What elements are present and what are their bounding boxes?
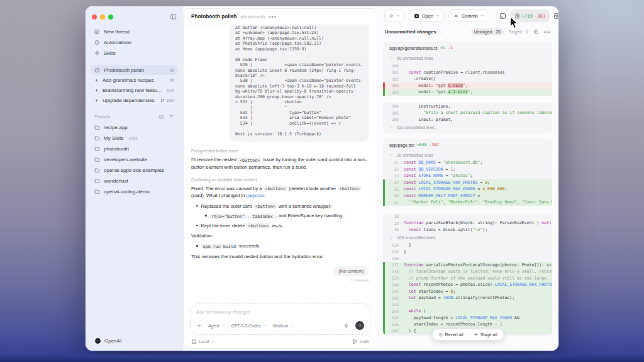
attach-plus-icon[interactable] <box>196 323 202 329</box>
nav-label: Skills <box>104 50 116 56</box>
minimize-window-button[interactable] <box>100 14 105 20</box>
sidebar-toggle-icon[interactable] <box>170 13 177 20</box>
comment-count[interactable]: 1 comment <box>191 278 369 282</box>
diff-file-header[interactable]: app/page.tsx +648 -302 <box>383 141 552 150</box>
sidebar-item-skills[interactable]: Skills <box>91 48 178 59</box>
play-icon <box>389 14 394 18</box>
folder-item-developers-website[interactable]: developers-website <box>91 154 178 165</box>
line-number: 140 <box>383 283 404 287</box>
zoom-window-button[interactable] <box>108 14 113 20</box>
thread-item-brainstorming-new-features[interactable]: Brainstorming new features 51m <box>91 85 178 95</box>
chevron-down-icon <box>221 324 225 327</box>
commit-icon <box>453 13 459 19</box>
thread-list: Photobooth polish 8h Add grandma's recip… <box>91 65 178 105</box>
model-dropdown[interactable]: GPT-5.2-Codex <box>231 324 267 328</box>
mouse-cursor <box>509 16 519 30</box>
model-label: GPT-5.2-Codex <box>231 324 261 328</box>
thread-item-photobooth-polish[interactable]: Photobooth polish 8h <box>91 65 178 75</box>
line-number: 102 <box>383 77 404 81</box>
folder-item-openai-coding-demo[interactable]: openai-coding-demo <box>91 186 178 197</box>
user-pasted-error-bubble: at button (<anonymous>:null:null)at <unk… <box>230 25 369 142</box>
diff-line: 136 <box>383 255 552 262</box>
diff-file-header[interactable]: app/api/generate/route.ts +1 -1 <box>383 44 552 54</box>
file-added: +648 <box>416 142 426 147</box>
unmodified-count: 99 unmodified lines <box>397 56 433 60</box>
more-options-icon[interactable]: ••• <box>544 31 551 33</box>
stage-all-label: Stage all <box>480 332 497 337</box>
send-button[interactable] <box>355 321 364 330</box>
line-number: 143 <box>383 302 404 307</box>
inline-code: <button> <box>338 186 362 191</box>
chevron-both-icon <box>389 235 393 239</box>
collapse-row[interactable]: 99 unmodified lines <box>383 54 552 62</box>
thread-item-upgrade-dependencies[interactable]: Upgrade dependencies 28m <box>91 95 178 105</box>
stack-trace-line <box>235 126 364 131</box>
mode-dropdown[interactable]: Agent <box>208 324 225 328</box>
thread-item-add-grandma-s-recipes[interactable]: Add grandma's recipes 4h <box>91 75 178 85</box>
openai-logo-icon <box>94 337 101 344</box>
changes-dropdown[interactable]: Uncommitted changes <box>385 29 442 35</box>
thread-menu-icon[interactable]: ••• <box>269 16 276 18</box>
folder-label: openai-coding-demo <box>104 189 150 195</box>
thread-label: Brainstorming new features <box>103 88 163 93</box>
stack-trace-line: at Home (app/page.tsx:1150:9) <box>235 47 364 52</box>
folder-icon <box>94 157 100 162</box>
composer[interactable]: Ask for follow-up changes Agent GPT-5.2-… <box>190 303 370 335</box>
folder-label: recipe-app <box>104 125 128 130</box>
pencil-circle-icon <box>94 67 100 73</box>
filter-icon[interactable] <box>169 114 174 120</box>
folder-item-wanderlust[interactable]: wanderlust <box>91 176 178 186</box>
unstaged-tab[interactable]: Unstaged · 20 <box>471 28 504 35</box>
stage-all-button[interactable]: Stage all <box>470 331 501 338</box>
stack-trace-line: > 531 | <button <box>235 99 364 105</box>
folder-item-recipe-app[interactable]: recipe-app <box>91 122 178 133</box>
folder-item-photobooth[interactable]: photobooth <box>91 144 178 154</box>
environment-label[interactable]: Local <box>199 339 209 344</box>
folder-item-openai-apps-sdk-examples[interactable]: openai-apps-sdk-examples <box>91 165 178 176</box>
terminal-button[interactable] <box>499 10 506 21</box>
review-button[interactable] <box>553 10 558 21</box>
sidebar-item-new-thread[interactable]: New thread <box>91 26 178 37</box>
bulk-actions: Revert all Stage all <box>432 329 504 341</box>
new-folder-icon[interactable] <box>158 114 164 120</box>
collapse-row[interactable]: 111 unmodified lines <box>383 123 552 132</box>
stack-trace-line: at <unknown> (app/page.tsx:531:23) <box>235 30 364 35</box>
effort-dropdown[interactable]: Medium <box>273 324 294 328</box>
collapse-row[interactable]: 20 unmodified lines <box>383 150 552 159</box>
effort-label: Medium <box>273 324 288 328</box>
folder-tag: skills <box>129 136 138 140</box>
desktop-dock-strip <box>0 354 644 362</box>
line-number: 145 <box>383 315 404 320</box>
close-window-button[interactable] <box>92 14 97 20</box>
folder-icon <box>94 146 100 152</box>
diff-line: 142 let payload = JSON.stringify(recentP… <box>383 295 552 302</box>
open-button[interactable]: Open <box>409 9 445 22</box>
folder-icon <box>94 125 100 130</box>
diff-line: 143 <box>383 302 552 308</box>
microphone-icon[interactable] <box>343 323 349 329</box>
branch-indicator[interactable]: main <box>352 339 369 344</box>
stack-trace-line <box>235 52 364 57</box>
diff-line: 146 startIndex < recentPhotos.length - 1 <box>383 321 552 328</box>
line-number: 138 <box>383 269 404 274</box>
diff-line: 24const LOCAL_STORAGE_MAX_PHOTOS = 8; <box>383 179 552 186</box>
folder-item-my-skills[interactable]: My Skillsskills <box>91 133 178 144</box>
staged-tab[interactable]: Staged · 1 <box>509 30 528 34</box>
run-button[interactable] <box>384 9 405 22</box>
diff-line: 145 payload.length > LOCAL_STORAGE_MAX_C… <box>383 315 552 322</box>
arrow-up-icon <box>358 324 362 328</box>
sidebar-item-automations[interactable]: Automations <box>91 37 178 48</box>
sidebar-nav: New threadAutomationsSkills <box>91 26 178 59</box>
line-number: 141 <box>383 289 404 293</box>
folder-icon <box>94 135 100 141</box>
account-footer[interactable]: OpenAI <box>91 335 178 346</box>
file-link[interactable]: page.tsx <box>246 193 264 198</box>
collapse-row[interactable]: 103 unmodified lines <box>383 233 552 242</box>
diff-line: 30 const lines = block.split("\n"); <box>383 227 552 234</box>
diff-line: 28 <box>383 213 552 220</box>
diff-line: 101 const captionPromise = client.respon… <box>383 69 552 76</box>
revert-all-button[interactable]: Revert all <box>435 331 467 338</box>
diff-line: 22const DB_VERSION = 1; <box>383 166 552 173</box>
copy-icon[interactable] <box>533 29 539 35</box>
commit-button[interactable]: Commit <box>448 9 489 22</box>
